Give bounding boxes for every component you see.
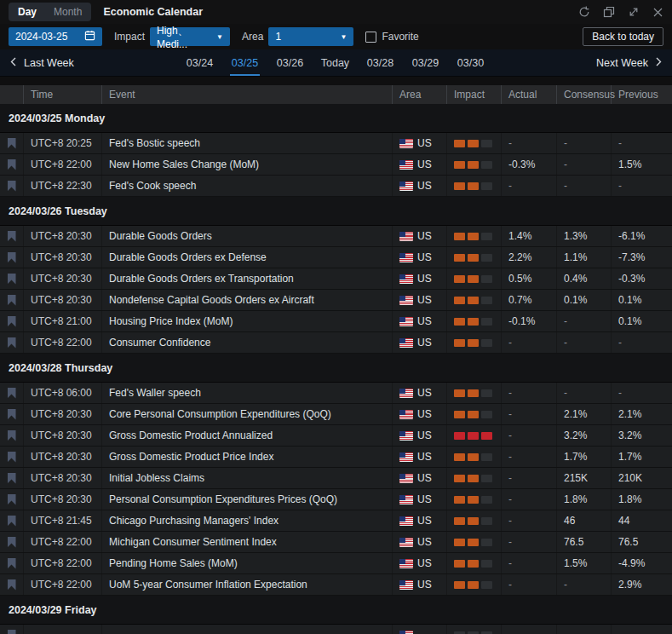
impact-dropdown[interactable]: High、Medi... ▼ — [150, 27, 230, 46]
popout-icon[interactable] — [603, 6, 615, 18]
event-row[interactable]: UTC+8 21:45 Chicago Purchasing Managers'… — [0, 510, 672, 532]
event-name: New Home Sales Change (MoM) — [102, 154, 393, 175]
event-row[interactable]: UTC+8 06:00 Fed's Waller speech US - - - — [0, 383, 672, 404]
event-row[interactable]: UTC+8 20:30 Gross Domestic Product Price… — [0, 447, 672, 468]
bookmark-icon[interactable] — [8, 430, 16, 441]
bookmark-icon[interactable] — [8, 494, 16, 505]
bookmark-icon[interactable] — [8, 630, 16, 634]
event-previous — [612, 625, 672, 634]
back-to-today-button[interactable]: Back to today — [583, 27, 663, 46]
table-body: 2024/03/25 Monday UTC+8 20:25 Fed's Bost… — [0, 104, 672, 634]
event-row[interactable]: UTC+8 22:00 UoM 5-year Consumer Inflatio… — [0, 574, 672, 596]
event-row[interactable]: UTC+8 20:30 Personal Consumption Expendi… — [0, 489, 672, 510]
weeknav-day[interactable]: 03/26 — [267, 49, 313, 76]
us-flag-icon — [399, 274, 413, 284]
weeknav-day[interactable]: 03/24 — [177, 49, 222, 76]
event-consensus: - — [557, 154, 612, 175]
bookmark-icon[interactable] — [8, 316, 16, 327]
event-consensus — [557, 625, 612, 634]
bookmark-cell[interactable] — [0, 268, 24, 289]
favorite-checkbox[interactable] — [365, 32, 376, 43]
bookmark-icon[interactable] — [8, 295, 16, 306]
bookmark-icon[interactable] — [8, 231, 16, 242]
weeknav-day[interactable]: Today — [313, 49, 358, 76]
event-area: US — [393, 332, 447, 353]
bookmark-icon[interactable] — [8, 537, 16, 548]
event-row[interactable]: UTC+8 20:30 Core Personal Consumption Ex… — [0, 404, 672, 425]
event-row[interactable]: UTC+8 20:30 Durable Goods Orders US 1.4%… — [0, 226, 672, 247]
event-row[interactable]: UTC+8 22:00 New Home Sales Change (MoM) … — [0, 154, 672, 176]
bookmark-icon[interactable] — [8, 252, 16, 263]
bookmark-icon[interactable] — [8, 558, 16, 569]
bookmark-cell[interactable] — [0, 510, 24, 531]
bookmark-cell[interactable] — [0, 290, 24, 310]
bookmark-cell[interactable] — [0, 154, 24, 175]
tab-day[interactable]: Day — [10, 4, 44, 20]
bookmark-icon[interactable] — [8, 388, 16, 399]
bookmark-icon[interactable] — [8, 409, 16, 420]
bookmark-cell[interactable] — [0, 574, 24, 595]
area-dropdown[interactable]: 1 ▼ — [268, 27, 353, 46]
weeknav-day[interactable]: 03/30 — [448, 49, 493, 76]
bookmark-cell[interactable] — [0, 133, 24, 153]
weeknav-day[interactable]: 03/25 — [222, 49, 267, 76]
bookmark-icon[interactable] — [8, 274, 16, 285]
bookmark-icon[interactable] — [8, 181, 16, 192]
refresh-icon[interactable] — [578, 6, 590, 18]
event-name: Housing Price Index (MoM) — [102, 311, 393, 331]
event-name: Personal Consumption Expenditures Prices… — [102, 489, 393, 510]
event-impact — [447, 574, 502, 595]
partial-row[interactable] — [0, 625, 672, 634]
weeknav-day[interactable]: 03/28 — [358, 49, 403, 76]
event-row[interactable]: UTC+8 21:00 Housing Price Index (MoM) US… — [0, 311, 672, 332]
event-row[interactable]: UTC+8 20:30 Gross Domestic Product Annua… — [0, 425, 672, 447]
bookmark-icon[interactable] — [8, 138, 16, 149]
bookmark-icon[interactable] — [8, 159, 16, 170]
event-row[interactable]: UTC+8 22:00 Consumer Confidence US - - - — [0, 332, 672, 354]
bookmark-icon[interactable] — [8, 337, 16, 349]
bookmark-cell[interactable] — [0, 176, 24, 196]
favorite-label: Favorite — [382, 31, 418, 43]
bookmark-cell[interactable] — [0, 553, 24, 573]
close-icon[interactable] — [652, 7, 663, 18]
weeknav-day[interactable]: 03/29 — [403, 49, 448, 76]
bookmark-cell[interactable] — [0, 468, 24, 488]
event-name: Initial Jobless Claims — [102, 468, 393, 488]
bookmark-icon[interactable] — [8, 579, 16, 591]
last-week-button[interactable]: Last Week — [10, 49, 74, 76]
bookmark-cell[interactable] — [0, 625, 24, 634]
event-name: Durable Goods Orders ex Defense — [102, 247, 393, 268]
bookmark-cell[interactable] — [0, 247, 24, 268]
event-row[interactable]: UTC+8 20:25 Fed's Bostic speech US - - - — [0, 133, 672, 154]
bookmark-cell[interactable] — [0, 447, 24, 467]
event-row[interactable]: UTC+8 20:30 Durable Goods Orders ex Defe… — [0, 247, 672, 268]
bookmark-cell[interactable] — [0, 532, 24, 552]
bookmark-cell[interactable] — [0, 489, 24, 510]
event-row[interactable]: UTC+8 20:30 Nondefense Capital Goods Ord… — [0, 290, 672, 311]
event-row[interactable]: UTC+8 22:00 Pending Home Sales (MoM) US … — [0, 553, 672, 574]
bookmark-icon[interactable] — [8, 473, 16, 484]
area-code: US — [417, 472, 432, 484]
event-name — [102, 625, 393, 634]
bookmark-cell[interactable] — [0, 332, 24, 353]
event-row[interactable]: UTC+8 20:30 Durable Goods Orders ex Tran… — [0, 268, 672, 290]
tab-month[interactable]: Month — [46, 4, 89, 20]
next-week-button[interactable]: Next Week — [596, 49, 662, 76]
bookmark-cell[interactable] — [0, 383, 24, 403]
us-flag-icon — [399, 452, 413, 462]
bookmark-cell[interactable] — [0, 425, 24, 446]
event-previous: 76.5 — [612, 532, 672, 552]
event-row[interactable]: UTC+8 20:30 Initial Jobless Claims US - … — [0, 468, 672, 489]
event-row[interactable]: UTC+8 22:30 Fed's Cook speech US - - - — [0, 176, 672, 197]
bookmark-cell[interactable] — [0, 226, 24, 246]
bookmark-cell[interactable] — [0, 404, 24, 424]
impact-bars — [454, 411, 492, 418]
bookmark-cell[interactable] — [0, 311, 24, 331]
date-picker[interactable]: 2024-03-25 — [9, 27, 102, 46]
event-actual: - — [502, 425, 557, 446]
favorite-filter[interactable]: Favorite — [365, 31, 418, 43]
event-row[interactable]: UTC+8 22:00 Michigan Consumer Sentiment … — [0, 532, 672, 553]
expand-icon[interactable] — [628, 6, 640, 18]
bookmark-icon[interactable] — [8, 516, 16, 527]
bookmark-icon[interactable] — [8, 452, 16, 463]
